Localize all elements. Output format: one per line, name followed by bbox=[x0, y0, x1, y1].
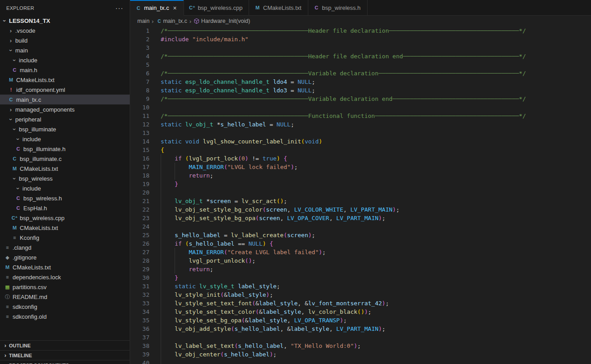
code-line-26[interactable]: 26 if (s_hello_label == NULL) { bbox=[130, 239, 591, 248]
code-token: ( bbox=[245, 257, 249, 264]
indent-guide bbox=[175, 265, 175, 273]
code-line-22[interactable]: 22 lv_obj_set_style_bg_color(screen, LV_… bbox=[130, 205, 591, 214]
settings-file-icon: ≡ bbox=[11, 235, 18, 240]
code-line-36[interactable]: 36 lv_obj_add_style(s_hello_label, &labe… bbox=[130, 325, 591, 333]
tab-bsp-wireless-cpp[interactable]: C⁺bsp_wireless.cpp bbox=[184, 0, 250, 15]
code-line-25[interactable]: 25 s_hello_label = lv_label_create(scree… bbox=[130, 231, 591, 239]
code-line-9[interactable]: 9/*─────────────────────────────────────… bbox=[130, 95, 591, 103]
code-line-21[interactable]: 21 lv_obj_t *screen = lv_scr_act(); bbox=[130, 197, 591, 205]
tab-cmakelists-txt[interactable]: MCMakeLists.txt bbox=[249, 0, 308, 15]
code-line-5[interactable]: 5 bbox=[130, 61, 591, 69]
code-line-29[interactable]: 29 return; bbox=[130, 265, 591, 273]
sidebar-item-cmakelists-txt[interactable]: MCMakeLists.txt bbox=[0, 75, 130, 85]
code-line-35[interactable]: 35 lv_style_set_bg_opa(&label_style, LV_… bbox=[130, 316, 591, 325]
code-line-18[interactable]: 18 return; bbox=[130, 171, 591, 180]
code-line-7[interactable]: 7static esp_ldo_channel_handle_t ldo4 = … bbox=[130, 78, 591, 86]
tab-bsp-wireless-h[interactable]: Cbsp_wireless.h bbox=[308, 0, 368, 15]
sidebar-item-bsp-illuminate-c[interactable]: Cbsp_illuminate.c bbox=[0, 154, 130, 164]
code-line-15[interactable]: 15{ bbox=[130, 146, 591, 154]
sidebar-item-lesson14-tx[interactable]: ›LESSON14_TX bbox=[0, 16, 130, 26]
sidebar-item--clangd[interactable]: ≡.clangd bbox=[0, 243, 130, 252]
sidebar-item-bsp-wireless-h[interactable]: Cbsp_wireless.h bbox=[0, 193, 130, 203]
sidebar-item-bsp-illuminate[interactable]: ›bsp_illuminate bbox=[0, 124, 130, 134]
sidebar-item-sdkconfig[interactable]: ≡sdkconfig bbox=[0, 302, 130, 312]
breadcrumb-item-main-tx-c[interactable]: Cmain_tx.c bbox=[156, 18, 187, 24]
sidebar-item-bsp-wireless-cpp[interactable]: C⁺bsp_wireless.cpp bbox=[0, 213, 130, 223]
code-token bbox=[266, 240, 270, 247]
sidebar-item-partitions-csv[interactable]: ▦partitions.csv bbox=[0, 282, 130, 292]
sidebar-item-kconfig[interactable]: ≡Kconfig bbox=[0, 233, 130, 243]
sidebar-item-sdkconfig-old[interactable]: ≡sdkconfig.old bbox=[0, 312, 130, 321]
code-line-16[interactable]: 16 if (lvgl_port_lock(0) != true) { bbox=[130, 154, 591, 163]
sidebar-item-readme-md[interactable]: ⓘREADME.md bbox=[0, 292, 130, 302]
code-line-33[interactable]: 33 lv_style_set_text_font(&label_style, … bbox=[130, 299, 591, 308]
sidebar-item-dependencies-lock[interactable]: ≡dependencies.lock bbox=[0, 272, 130, 282]
sidebar-item-include[interactable]: ›include bbox=[0, 183, 130, 193]
code-line-28[interactable]: 28 lvgl_port_unlock(); bbox=[130, 256, 591, 265]
code-token: lv_obj_add_style bbox=[175, 325, 231, 332]
code-line-39[interactable]: 39 lv_obj_center(s_hello_label); bbox=[130, 350, 591, 359]
breadcrumb-item-main[interactable]: main bbox=[137, 18, 149, 24]
sidebar-item-managed-components[interactable]: ›managed_components bbox=[0, 104, 130, 114]
sidebar-item-cmakelists-txt[interactable]: MCMakeLists.txt bbox=[0, 164, 130, 173]
sidebar-item-idf-component-yml[interactable]: !idf_component.yml bbox=[0, 85, 130, 95]
more-actions-icon[interactable]: ··· bbox=[115, 4, 123, 12]
section-outline[interactable]: ›OUTLINE bbox=[0, 340, 130, 350]
code-line-34[interactable]: 34 lv_style_set_text_color(&label_style,… bbox=[130, 308, 591, 316]
close-icon[interactable]: × bbox=[171, 4, 179, 12]
sidebar-item-esphal-h[interactable]: CEspHal.h bbox=[0, 203, 130, 213]
sidebar-item-include[interactable]: ›include bbox=[0, 134, 130, 144]
section-project-components[interactable]: ›PROJECT COMPONENTS bbox=[0, 360, 130, 364]
code-line-24[interactable]: 24 bbox=[130, 222, 591, 231]
sidebar-item-main-h[interactable]: Cmain.h bbox=[0, 65, 130, 75]
line-number: 28 bbox=[130, 256, 149, 265]
c-source-icon: C bbox=[7, 97, 15, 102]
code-line-32[interactable]: 32 lv_style_init(&label_style); bbox=[130, 290, 591, 299]
code-token: ) bbox=[382, 300, 385, 307]
sidebar-item-main-tx-c[interactable]: Cmain_tx.c bbox=[0, 95, 130, 104]
code-line-40[interactable]: 40 bbox=[130, 359, 591, 364]
code-line-31[interactable]: 31 static lv_style_t label_style; bbox=[130, 282, 591, 290]
code-line-38[interactable]: 38 lv_label_set_text(s_hello_label, "TX_… bbox=[130, 342, 591, 350]
code-line-19[interactable]: 19 } bbox=[130, 180, 591, 188]
code-token: ) bbox=[266, 291, 270, 298]
sidebar-item-cmakelists-txt[interactable]: MCMakeLists.txt bbox=[0, 223, 130, 233]
sidebar-item-include[interactable]: ›include bbox=[0, 55, 130, 65]
indent-guide bbox=[161, 154, 161, 163]
code-line-8[interactable]: 8static esp_ldo_channel_handle_t ldo3 = … bbox=[130, 86, 591, 95]
line-number: 32 bbox=[130, 290, 149, 299]
chevron-right-icon: › bbox=[7, 27, 14, 34]
code-token: ) bbox=[280, 198, 284, 204]
code-line-3[interactable]: 3 bbox=[130, 43, 591, 52]
sidebar-item-main[interactable]: ›main bbox=[0, 45, 130, 55]
code-line-37[interactable]: 37 bbox=[130, 333, 591, 342]
sidebar-item-peripheral[interactable]: ›peripheral bbox=[0, 114, 130, 124]
code-token: label_style bbox=[238, 283, 276, 290]
code-line-14[interactable]: 14static void lvgl_show_counter_label_in… bbox=[130, 137, 591, 146]
sidebar-item-build[interactable]: ›build bbox=[0, 35, 130, 45]
tab-main-tx-c[interactable]: Cmain_tx.c× bbox=[130, 0, 184, 16]
code-token: ; bbox=[312, 78, 315, 85]
code-line-6[interactable]: 6/*─────────────────────────────────────… bbox=[130, 69, 591, 78]
code-line-13[interactable]: 13 bbox=[130, 129, 591, 137]
code-line-4[interactable]: 4/*─────────────────────────────────────… bbox=[130, 52, 591, 61]
code-editor[interactable]: 1/*─────────────────────────────────────… bbox=[130, 26, 591, 364]
code-line-10[interactable]: 10 bbox=[130, 103, 591, 112]
code-line-17[interactable]: 17 MAIN_ERROR("LVGL lock failed"); bbox=[130, 163, 591, 171]
code-line-23[interactable]: 23 lv_obj_set_style_bg_opa(screen, LV_OP… bbox=[130, 214, 591, 222]
sidebar-item--vscode[interactable]: ›.vscode bbox=[0, 26, 130, 35]
sidebar-item-bsp-wireless[interactable]: ›bsp_wireless bbox=[0, 173, 130, 183]
code-line-1[interactable]: 1/*─────────────────────────────────────… bbox=[130, 26, 591, 35]
code-line-11[interactable]: 11/*────────────────────────────────────… bbox=[130, 112, 591, 120]
line-number: 29 bbox=[130, 265, 149, 273]
code-line-2[interactable]: 2#include "include/main.h" bbox=[130, 35, 591, 43]
code-line-27[interactable]: 27 MAIN_ERROR("Create LVGL label failed"… bbox=[130, 248, 591, 256]
sidebar-item-cmakelists-txt[interactable]: MCMakeLists.txt bbox=[0, 262, 130, 272]
code-line-12[interactable]: 12static lv_obj_t *s_hello_label = NULL; bbox=[130, 120, 591, 129]
code-line-30[interactable]: 30 } bbox=[130, 273, 591, 282]
breadcrumb-item-hardware-init-void-[interactable]: Hardware_Init(void) bbox=[193, 18, 250, 24]
sidebar-item--gitignore[interactable]: ◆.gitignore bbox=[0, 252, 130, 262]
sidebar-item-bsp-illuminate-h[interactable]: Cbsp_illuminate.h bbox=[0, 144, 130, 154]
section-timeline[interactable]: ›TIMELINE bbox=[0, 350, 130, 360]
code-line-20[interactable]: 20 bbox=[130, 188, 591, 197]
